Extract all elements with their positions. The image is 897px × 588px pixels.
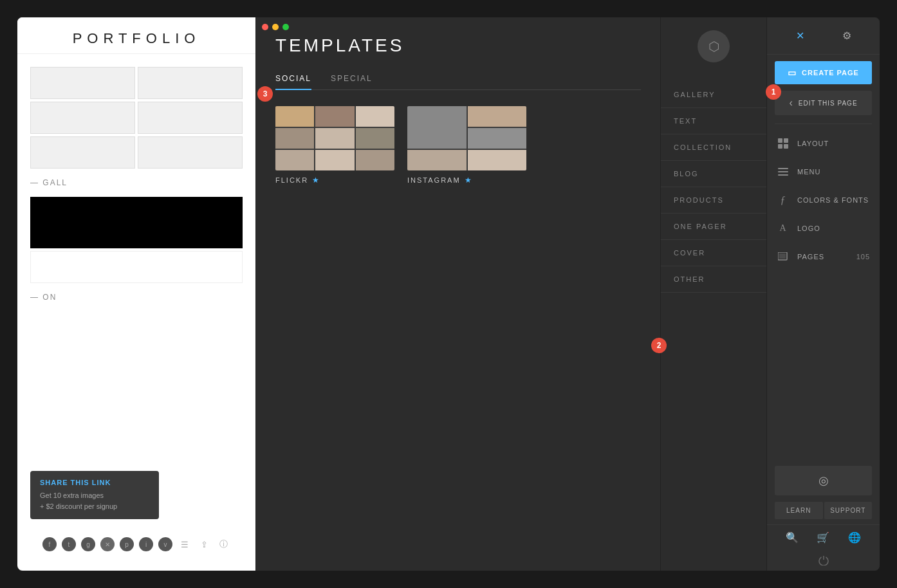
svg-rect-0 (778, 138, 782, 143)
tab-special[interactable]: SPECIAL (331, 69, 373, 89)
svg-rect-8 (779, 253, 786, 259)
tool-colors-fonts[interactable]: ƒ COLORS & FONTS (767, 186, 880, 214)
svg-rect-5 (778, 171, 788, 172)
toolbar-btn-6[interactable]: v (158, 537, 172, 551)
share-link-line1: Get 10 extra images (40, 490, 149, 501)
colors-fonts-label: COLORS & FONTS (797, 196, 869, 204)
chrome-maximize[interactable] (282, 24, 289, 30)
flickr-cell-1 (275, 106, 314, 127)
category-text[interactable]: TEXT (661, 108, 766, 134)
flickr-cell-3 (356, 106, 394, 127)
one-pager-black (30, 197, 243, 248)
svg-rect-1 (784, 138, 788, 143)
preview-button[interactable]: ◎ (775, 466, 872, 495)
instagram-label: INSTAGRAM ★ (407, 170, 526, 187)
tool-menu[interactable]: MENU (767, 158, 880, 186)
create-page-icon: ▭ (788, 68, 797, 78)
window-chrome (262, 24, 289, 30)
insta-cell-2 (468, 106, 527, 127)
flickr-star-icon: ★ (312, 176, 320, 185)
toolbar-share-icon[interactable]: ⇪ (197, 537, 211, 551)
insta-cell-3 (468, 128, 527, 149)
gallery-cell-3 (30, 102, 135, 134)
svg-rect-3 (784, 144, 788, 149)
toolbar-btn-5[interactable]: i (139, 537, 153, 551)
share-link-title: SHARE THIS LINK (40, 479, 149, 486)
power-button[interactable] (767, 550, 880, 571)
support-button[interactable]: SUPPORT (824, 502, 873, 519)
back-icon: ‹ (789, 97, 793, 109)
preview-pane: PORTFOLIO — GALL — ON SHARE THIS LINK Ge… (17, 17, 255, 571)
preview-icon: ◎ (818, 473, 829, 488)
tools-bottom: ◎ LEARN SUPPORT 🔍 🛒 🌐 (767, 459, 880, 571)
gear-icon[interactable]: ⚙ (840, 27, 854, 44)
tool-logo[interactable]: A LOGO (767, 214, 880, 243)
one-pager-label: — ON (30, 293, 243, 302)
templates-title: TEMPLATES (275, 35, 641, 56)
instagram-grid (407, 106, 526, 170)
templates-grid: FLICKR ★ INSTAGRAM ★ (256, 90, 660, 203)
create-page-button[interactable]: ▭ CREATE PAGE (775, 61, 872, 84)
tools-top-bar: ✕ ⚙ (767, 17, 880, 55)
category-one-pager[interactable]: ONE PAGER (661, 214, 766, 240)
templates-header: TEMPLATES SOCIAL SPECIAL (256, 17, 660, 90)
category-other[interactable]: OTHER (661, 266, 766, 293)
logo-icon: A (777, 222, 790, 235)
toolbar-btn-3[interactable]: g (81, 537, 95, 551)
tab-social[interactable]: SOCIAL (275, 69, 311, 89)
learn-button[interactable]: LEARN (775, 502, 823, 519)
step-3-badge: 3 (257, 86, 273, 102)
search-icon[interactable]: 🔍 (786, 531, 799, 544)
category-blog[interactable]: BLOG (661, 161, 766, 187)
bottom-icon-bar: 🔍 🛒 🌐 (767, 524, 880, 550)
tools-divider-1 (775, 124, 872, 124)
flickr-cell-5 (315, 128, 354, 149)
pages-icon (777, 250, 790, 263)
flickr-cell-2 (315, 106, 354, 127)
category-gallery[interactable]: GALLERY (661, 82, 766, 108)
flickr-grid (275, 106, 394, 170)
category-products[interactable]: PRODUCTS (661, 187, 766, 214)
one-pager-white (30, 251, 243, 283)
cart-icon[interactable]: 🛒 (817, 531, 829, 544)
gallery-cell-4 (138, 102, 243, 134)
template-instagram[interactable]: INSTAGRAM ★ (407, 106, 526, 187)
close-icon[interactable]: ✕ (793, 27, 807, 44)
gallery-cell-2 (138, 67, 243, 99)
toolbar-list-icon[interactable]: ☰ (178, 537, 192, 551)
insta-cell-4 (407, 150, 467, 170)
preview-content: — GALL — ON (17, 54, 255, 327)
toolbar-user-icon[interactable]: ⓘ (216, 537, 230, 551)
svg-rect-2 (778, 144, 782, 149)
category-cover[interactable]: COVER (661, 240, 766, 266)
tool-layout[interactable]: LAYOUT (767, 129, 880, 158)
toolbar-btn-close[interactable]: ✕ (100, 537, 115, 551)
chrome-minimize[interactable] (272, 24, 279, 30)
chrome-close[interactable] (262, 24, 268, 30)
layout-icon (777, 137, 790, 150)
instagram-thumb (407, 106, 526, 170)
preview-toolbar: f t g ✕ p i v ☰ ⇪ ⓘ (17, 537, 255, 551)
create-page-label: CREATE PAGE (802, 69, 859, 77)
templates-tabs: SOCIAL SPECIAL (275, 69, 641, 90)
flickr-cell-4 (275, 128, 314, 149)
svg-rect-4 (778, 168, 788, 169)
toolbar-btn-4[interactable]: p (120, 537, 134, 551)
svg-rect-6 (778, 174, 788, 176)
categories-panel: ⬡ GALLERY TEXT COLLECTION BLOG PRODUCTS … (661, 17, 767, 571)
toolbar-btn-1[interactable]: f (42, 537, 57, 551)
pages-count: 105 (856, 253, 870, 261)
insta-cell-1 (407, 106, 467, 149)
edit-page-button[interactable]: ‹ EDIT THIS PAGE (775, 91, 872, 115)
template-flickr[interactable]: FLICKR ★ (275, 106, 394, 187)
share-link-line2: + $2 discount per signup (40, 501, 149, 512)
gallery-cell-5 (30, 136, 135, 169)
flickr-label-text: FLICKR (275, 176, 308, 184)
preview-site-title: PORTFOLIO (17, 17, 255, 54)
tool-pages[interactable]: PAGES 105 (767, 243, 880, 271)
instagram-label-text: INSTAGRAM (407, 176, 461, 184)
globe-icon[interactable]: 🌐 (848, 531, 861, 544)
category-collection[interactable]: COLLECTION (661, 134, 766, 161)
toolbar-btn-2[interactable]: t (62, 537, 76, 551)
tools-panel: ✕ ⚙ ▭ CREATE PAGE ‹ EDIT THIS PAGE LAYOU… (767, 17, 880, 571)
